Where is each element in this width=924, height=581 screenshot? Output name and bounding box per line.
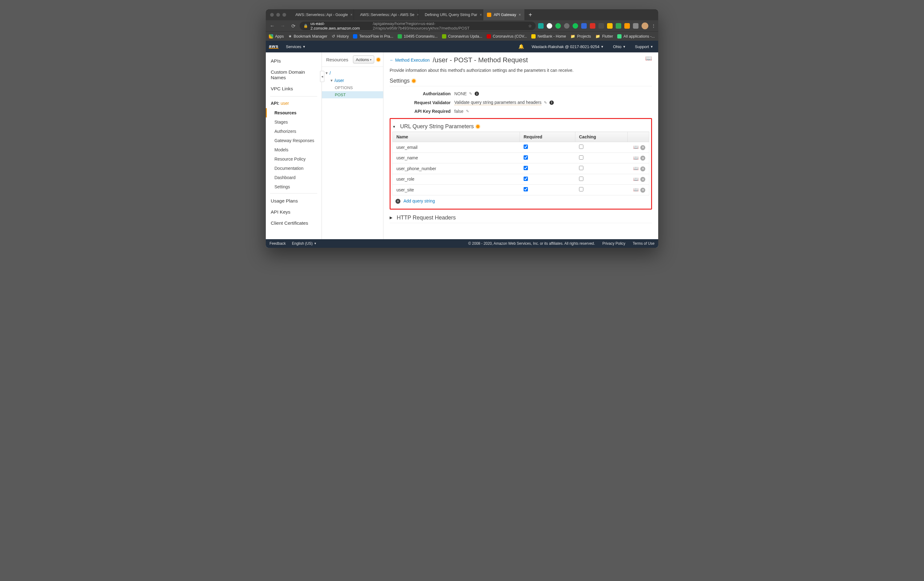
aws-logo[interactable]: aws (269, 45, 279, 49)
row-doc-icon[interactable]: 📖 (633, 156, 639, 160)
extension-icon[interactable] (616, 23, 621, 29)
row-doc-icon[interactable]: 📖 (633, 177, 639, 182)
row-delete-icon[interactable]: ✕ (640, 177, 645, 182)
browser-tab-1[interactable]: AWS::Serverless::Api - AWS Se× (354, 9, 419, 20)
nav-resources[interactable]: Resources (266, 108, 322, 118)
extension-icon[interactable] (581, 23, 587, 29)
back-button[interactable]: ← (268, 23, 276, 29)
nav-client-certificates[interactable]: Client Certificates (266, 218, 322, 229)
footer-privacy[interactable]: Privacy Policy (602, 241, 625, 246)
caching-checkbox[interactable] (579, 156, 583, 160)
forward-button[interactable]: → (279, 23, 287, 29)
bookmark-apps[interactable]: Apps (269, 34, 284, 38)
new-tab-button[interactable]: + (525, 10, 536, 20)
info-icon[interactable]: i (549, 101, 554, 105)
account-menu[interactable]: Wastack-Rakshak @ 0217-8021-9254▼ (530, 43, 606, 50)
reload-button[interactable]: ⟳ (289, 23, 297, 29)
row-delete-icon[interactable]: ✕ (640, 188, 645, 193)
browser-tab-3[interactable]: API Gateway× (483, 9, 525, 20)
extension-icon[interactable] (555, 23, 561, 29)
nav-models[interactable]: Models (266, 145, 322, 154)
actions-button[interactable]: Actions▾ (353, 55, 374, 63)
nav-apis[interactable]: APIs (266, 55, 322, 66)
extension-icon[interactable] (590, 23, 596, 29)
nav-usage-plans[interactable]: Usage Plans (266, 195, 322, 207)
extension-icon[interactable] (564, 23, 569, 29)
method-post[interactable]: POST (322, 91, 383, 98)
required-checkbox[interactable] (524, 156, 528, 160)
close-window-icon[interactable] (270, 13, 274, 17)
address-bar[interactable]: 🔒 us-east-2.console.aws.amazon.com /apig… (300, 22, 536, 30)
region-menu[interactable]: Ohio▼ (611, 43, 627, 50)
resource-root[interactable]: ▼/ (322, 70, 383, 77)
required-checkbox[interactable] (524, 187, 528, 191)
footer-language[interactable]: English (US)▼ (292, 241, 317, 246)
extension-icon[interactable] (573, 23, 578, 29)
edit-validator-icon[interactable]: ✎ (544, 101, 547, 105)
maximize-window-icon[interactable] (282, 13, 286, 17)
nav-api-keys[interactable]: API Keys (266, 207, 322, 218)
required-checkbox[interactable] (524, 144, 528, 149)
nav-settings[interactable]: Settings (266, 182, 322, 191)
browser-tab-0[interactable]: AWS::Serverless::Api - Google× (289, 9, 354, 20)
required-checkbox[interactable] (524, 177, 528, 181)
method-options[interactable]: OPTIONS (322, 84, 383, 91)
nav-stages[interactable]: Stages (266, 118, 322, 127)
close-tab-icon[interactable]: × (480, 13, 482, 17)
nav-resource-policy[interactable]: Resource Policy (266, 154, 322, 164)
edit-apikey-icon[interactable]: ✎ (466, 109, 469, 113)
bookmark-item[interactable]: ↺History (332, 34, 349, 38)
footer-feedback[interactable]: Feedback (269, 241, 286, 246)
caching-checkbox[interactable] (579, 187, 583, 191)
nav-gateway-responses[interactable]: Gateway Responses (266, 136, 322, 145)
close-tab-icon[interactable]: × (519, 13, 521, 17)
bookmark-item[interactable]: Coronavirus Upda... (442, 34, 482, 38)
profile-avatar[interactable] (642, 23, 648, 29)
nav-dashboard[interactable]: Dashboard (266, 173, 322, 182)
notifications-icon[interactable]: 🔔 (518, 44, 524, 49)
bookmark-folder[interactable]: 📁Projects (571, 34, 591, 38)
bookmark-item[interactable]: 10495 Coronaviru... (398, 34, 438, 38)
documentation-icon[interactable]: 📖 (645, 55, 652, 62)
extension-icon[interactable] (599, 23, 604, 29)
close-tab-icon[interactable]: × (350, 13, 352, 17)
bookmark-item[interactable]: All applications -... (617, 34, 655, 38)
extension-icon[interactable] (538, 23, 544, 29)
caching-checkbox[interactable] (579, 177, 583, 181)
footer-terms[interactable]: Terms of Use (633, 241, 655, 246)
info-icon[interactable]: i (475, 91, 479, 96)
caching-checkbox[interactable] (579, 166, 583, 170)
row-doc-icon[interactable]: 📖 (633, 166, 639, 171)
edit-authorization-icon[interactable]: ✎ (469, 91, 472, 96)
services-menu[interactable]: Services▼ (284, 43, 307, 50)
browser-tab-2[interactable]: Defining URL Query String Par× (419, 9, 483, 20)
nav-vpc-links[interactable]: VPC Links (266, 83, 322, 94)
row-delete-icon[interactable]: ✕ (640, 166, 645, 171)
minimize-window-icon[interactable] (276, 13, 280, 17)
nav-authorizers[interactable]: Authorizers (266, 127, 322, 136)
nav-documentation[interactable]: Documentation (266, 164, 322, 173)
bookmark-item[interactable]: TensorFlow in Pra... (353, 34, 393, 38)
bookmark-item[interactable]: ★Bookmark Manager (288, 34, 327, 38)
support-menu[interactable]: Support▼ (633, 43, 655, 50)
required-checkbox[interactable] (524, 166, 528, 170)
bookmark-item[interactable]: NetBank - Home (531, 34, 566, 38)
extensions-menu-icon[interactable] (633, 23, 639, 29)
back-to-method-execution[interactable]: ← Method Execution (389, 58, 430, 63)
row-doc-icon[interactable]: 📖 (633, 144, 639, 149)
row-delete-icon[interactable]: ✕ (640, 145, 645, 150)
http-request-headers-heading[interactable]: HTTP Request Headers (389, 215, 652, 221)
collapse-sidebar-button[interactable]: ◂ (320, 71, 324, 82)
add-query-string-button[interactable]: +Add query string (393, 195, 649, 207)
bookmark-item[interactable]: Coronavirus (COV... (487, 34, 527, 38)
extension-icon[interactable] (607, 23, 613, 29)
bookmark-folder[interactable]: 📁Flutter (596, 34, 613, 38)
row-delete-icon[interactable]: ✕ (640, 156, 645, 161)
nav-custom-domain[interactable]: Custom Domain Names (266, 66, 322, 83)
qsp-heading[interactable]: URL Query String Parameters (393, 123, 649, 130)
bookmark-star-icon[interactable]: ☆ (528, 24, 532, 28)
row-doc-icon[interactable]: 📖 (633, 187, 639, 192)
caching-checkbox[interactable] (579, 144, 583, 149)
extension-icon[interactable] (547, 23, 552, 29)
browser-menu-icon[interactable]: ⋮ (652, 23, 656, 28)
